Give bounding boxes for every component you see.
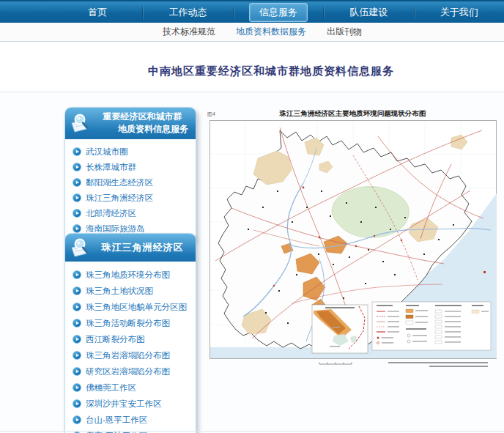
panel1-list: 武汉城市圈 长株潭城市群 鄱阳湖生态经济区 珠江三角洲经济区 北部湾经济区 海南… [65,144,196,237]
sidebar-item-karst-collapse-map[interactable]: 珠三角岩溶塌陷分布图 [73,347,193,363]
arrow-bullet-icon [73,193,81,202]
map-figure: 图4 珠江三角洲经济区主要地质环境问题现状分布图 [207,108,498,372]
arrow-bullet-icon [73,399,81,408]
sidebar-item-study-karst-map[interactable]: 研究区岩溶塌陷分布图 [73,363,193,380]
panel1-title-line1: 重要经济区和城市群 [95,111,190,123]
arrow-bullet-icon [73,147,81,156]
nav-home[interactable]: 首页 [53,4,142,21]
scale-bar [319,363,352,365]
subnav-tech-standards[interactable]: 技术标准规范 [163,26,215,38]
sidebar-item-poyanghu[interactable]: 鄱阳湖生态经济区 [73,175,193,190]
subnav-geodata-service[interactable]: 地质资料数据服务 [236,26,306,38]
panel2-title: 珠江三角洲经济区 [95,241,190,255]
nav-about-us[interactable]: 关于我们 [415,4,504,21]
page-bottom-divider [0,431,504,432]
sidebar-item-land-map[interactable]: 珠三角土地状况图 [73,283,193,299]
arrow-bullet-icon [73,303,81,311]
arrow-bullet-icon [73,286,81,295]
nav-team-building[interactable]: 队伍建设 [324,4,413,21]
page-title: 中南地区重要经济区和城市群地质资料信息服务 [0,64,504,78]
map-image [210,120,497,372]
sidebar-panel-economic-zones: 重要经济区和城市群 地质资料信息服务 武汉城市圈 长株潭城市群 鄱阳湖生态经济区… [64,107,196,243]
sidebar-item-fosuiguan-area[interactable]: 佛穗莞工作区 [73,380,193,396]
sidebar-item-geoenv-map[interactable]: 珠三角地质环境分布图 [73,267,193,283]
arrow-bullet-icon [73,163,81,171]
arrow-bullet-icon [73,270,81,279]
secondary-navigation: 技术标准规范 地质资料数据服务 出版刊物 [0,23,504,42]
subnav-publications[interactable]: 出版刊物 [327,26,362,38]
nav-info-service[interactable]: 信息服务 [234,3,323,22]
sidebar-item-shenzhen-area[interactable]: 深圳沙井宝安工作区 [73,396,193,412]
arrow-bullet-icon [73,351,81,360]
magnifier-doc-icon [69,113,92,133]
sidebar-item-taishan-area[interactable]: 台山-恩平工作区 [73,412,193,428]
arrow-bullet-icon [73,209,81,218]
inset-map [312,305,368,353]
sidebar-item-xijiang-fault-map[interactable]: 西江断裂分布图 [73,331,193,347]
sidebar-item-active-fault-map[interactable]: 珠三角活动断裂分布图 [73,315,193,331]
map-legend [372,302,491,350]
arrow-bullet-icon [73,415,81,424]
sidebar-panel-prd-maps: 珠江三角洲经济区 珠三角地质环境分布图 珠三角土地状况图 珠三角地区地貌单元分区… [64,233,196,433]
arrow-bullet-icon [73,367,81,376]
sidebar-item-wuhan[interactable]: 武汉城市圈 [73,144,193,160]
magnifier-doc-icon [69,237,92,258]
figure-label: 图4 [207,111,215,118]
sidebar-item-landform-map[interactable]: 珠三角地区地貌单元分区图 [73,299,193,315]
sidebar-item-changzhutan[interactable]: 长株潭城市群 [73,160,193,175]
title-band: 中南地区重要经济区和城市群地质资料信息服务 [0,42,504,92]
arrow-bullet-icon [73,383,81,392]
sidebar-item-beibuwan[interactable]: 北部湾经济区 [73,206,193,221]
arrow-bullet-icon [73,319,81,327]
nav-work-updates[interactable]: 工作动态 [143,4,232,21]
map-credits [388,362,488,367]
map-title: 珠江三角洲经济区主要地质环境问题现状分布图 [207,109,498,119]
panel1-header: 重要经济区和城市群 地质资料信息服务 [65,108,196,139]
panel1-title-line2: 地质资料信息服务 [95,123,190,136]
arrow-bullet-icon [73,178,81,187]
sidebar-item-pearl-river-delta[interactable]: 珠江三角洲经济区 [73,190,193,206]
panel2-list: 珠三角地质环境分布图 珠三角土地状况图 珠三角地区地貌单元分区图 珠三角活动断裂… [65,267,196,433]
arrow-bullet-icon [73,224,81,233]
panel2-header: 珠江三角洲经济区 [65,234,196,262]
arrow-bullet-icon [73,335,81,344]
top-navigation: 首页 工作动态 信息服务 队伍建设 关于我们 [0,0,504,23]
